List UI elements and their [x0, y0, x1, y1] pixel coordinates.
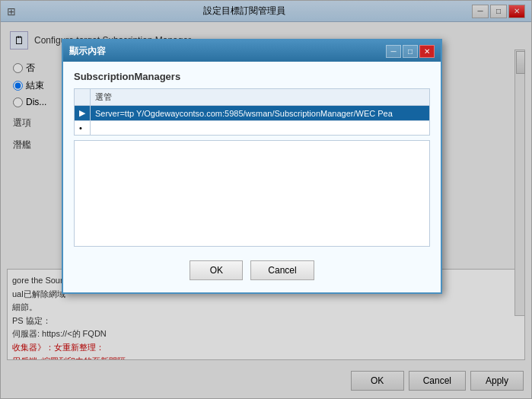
row2-value — [91, 121, 430, 136]
modal-title-bar: 顯示內容 ─ □ ✕ — [63, 40, 441, 62]
empty-grid — [74, 140, 430, 247]
col-value-header: 選管 — [91, 89, 430, 106]
modal-title: 顯示內容 — [69, 45, 106, 58]
row1-arrow: ▶ — [75, 106, 91, 121]
modal-dialog: 顯示內容 ─ □ ✕ SubscriptionManagers 選管 — [62, 39, 442, 294]
modal-overlay: 顯示內容 ─ □ ✕ SubscriptionManagers 選管 — [1, 1, 531, 398]
modal-content: SubscriptionManagers 選管 ▶ Server=ttp Y/O… — [63, 62, 441, 292]
modal-minimize-button[interactable]: ─ — [386, 45, 401, 58]
col-arrow-header — [75, 89, 91, 106]
modal-buttons: OK Cancel — [74, 254, 430, 283]
table-row-1[interactable]: ▶ Server=ttp Y/Ogdewaycontso.com:5985/ws… — [75, 106, 430, 121]
modal-cancel-button[interactable]: Cancel — [250, 260, 314, 280]
modal-section-title: SubscriptionManagers — [74, 71, 430, 82]
main-window: ⊞ 設定目標訂閱管理員 ─ □ ✕ 🗒 Configure target Sub… — [0, 0, 532, 399]
modal-ok-button[interactable]: OK — [190, 260, 243, 280]
modal-maximize-button[interactable]: □ — [403, 45, 418, 58]
row2-arrow: • — [75, 121, 91, 136]
modal-close-button[interactable]: ✕ — [419, 45, 435, 58]
table-row-2[interactable]: • — [75, 121, 430, 136]
row1-value: Server=ttp Y/Ogdewaycontso.com:5985/wsma… — [91, 106, 430, 121]
modal-title-buttons: ─ □ ✕ — [386, 45, 435, 58]
modal-table: 選管 ▶ Server=ttp Y/Ogdewaycontso.com:5985… — [74, 88, 430, 136]
